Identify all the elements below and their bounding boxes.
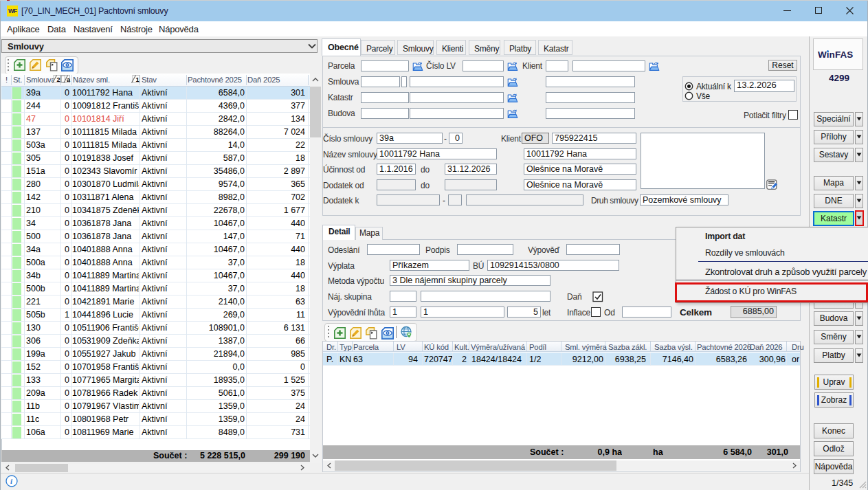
svg-text:1: 1 xyxy=(136,76,140,83)
svg-text:a: a xyxy=(67,76,71,83)
svg-text:2: 2 xyxy=(57,76,60,83)
